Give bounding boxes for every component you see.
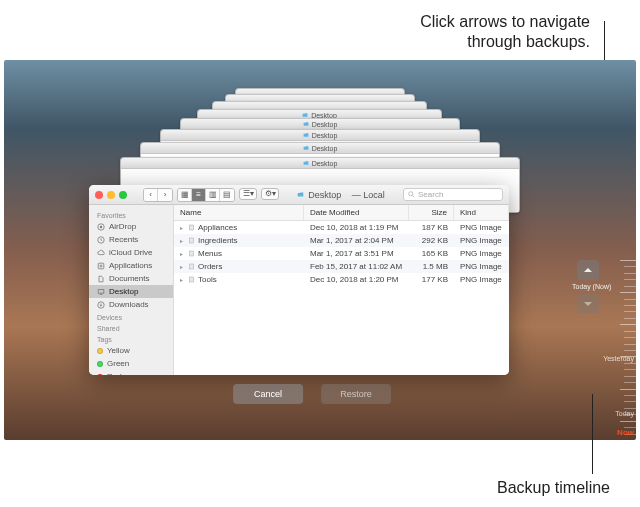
table-row[interactable]: ▸MenusMar 1, 2017 at 3:51 PM165 KBPNG Im… xyxy=(174,247,509,260)
minimize-icon[interactable] xyxy=(107,191,115,199)
tag-dot-icon xyxy=(97,348,103,354)
column-view-icon[interactable]: ▥ xyxy=(206,189,220,201)
disclosure-triangle-icon[interactable]: ▸ xyxy=(180,237,185,244)
column-headers[interactable]: Name Date Modified Size Kind xyxy=(174,205,509,221)
file-name: Appliances xyxy=(198,223,237,232)
clock-icon xyxy=(97,236,105,244)
nav-older-button[interactable] xyxy=(577,260,599,280)
tag-dot-icon xyxy=(97,374,103,376)
search-input[interactable]: Search xyxy=(403,188,503,201)
annotation-line xyxy=(592,394,593,474)
svg-line-1 xyxy=(413,196,415,198)
nav-newer-button[interactable] xyxy=(577,294,599,314)
zoom-icon[interactable] xyxy=(119,191,127,199)
action-menu[interactable]: ⚙▾ xyxy=(261,188,279,200)
disclosure-triangle-icon[interactable]: ▸ xyxy=(180,263,185,270)
sidebar-item-label: Applications xyxy=(109,261,152,270)
annotation-top-text: Click arrows to navigate through backups… xyxy=(420,13,590,50)
file-icon xyxy=(188,250,195,257)
file-date: Dec 10, 2018 at 1:19 PM xyxy=(304,221,409,234)
icon-view-icon[interactable]: ▦ xyxy=(178,189,192,201)
table-row[interactable]: ▸AppliancesDec 10, 2018 at 1:19 PM187 KB… xyxy=(174,221,509,234)
sidebar-item-airdrop[interactable]: AirDrop xyxy=(89,220,173,233)
sidebar-item-icloud-drive[interactable]: iCloud Drive xyxy=(89,246,173,259)
view-mode-segment[interactable]: ▦ ≡ ▥ ▤ xyxy=(177,188,235,202)
timeline-tick xyxy=(624,369,636,370)
file-size: 292 KB xyxy=(409,234,454,247)
sidebar-item-desktop[interactable]: Desktop xyxy=(89,285,173,298)
column-name[interactable]: Name xyxy=(174,205,304,220)
sidebar-heading: Shared xyxy=(89,322,173,333)
svg-rect-10 xyxy=(189,251,193,256)
timeline-tick xyxy=(624,395,636,396)
file-icon xyxy=(188,276,195,283)
timeline-tick xyxy=(624,331,636,332)
sidebar-item-green[interactable]: Green xyxy=(89,357,173,370)
disclosure-triangle-icon[interactable]: ▸ xyxy=(180,224,185,231)
restore-button[interactable]: Restore xyxy=(321,384,391,404)
folder-icon xyxy=(297,191,304,198)
window-title: Desktop — Local xyxy=(283,190,399,200)
doc-icon xyxy=(97,275,105,283)
backup-timeline[interactable]: YesterdayTodayNow xyxy=(600,260,636,440)
cancel-button[interactable]: Cancel xyxy=(233,384,303,404)
sidebar-heading: Devices xyxy=(89,311,173,322)
file-size: 1.5 MB xyxy=(409,260,454,273)
list-view-icon[interactable]: ≡ xyxy=(192,189,206,201)
column-size[interactable]: Size xyxy=(409,205,454,220)
timeline-tick xyxy=(624,305,636,306)
forward-icon[interactable]: › xyxy=(158,189,172,201)
sidebar-item-recents[interactable]: Recents xyxy=(89,233,173,246)
column-kind[interactable]: Kind xyxy=(454,205,509,220)
table-row[interactable]: ▸ToolsDec 10, 2018 at 1:20 PM177 KBPNG I… xyxy=(174,273,509,286)
file-date: Mar 1, 2017 at 2:04 PM xyxy=(304,234,409,247)
sidebar-item-yellow[interactable]: Yellow xyxy=(89,344,173,357)
arrange-menu[interactable]: ☰▾ xyxy=(239,188,257,200)
timeline-tick xyxy=(624,401,636,402)
gallery-view-icon[interactable]: ▤ xyxy=(220,189,234,201)
finder-sidebar: FavoritesAirDropRecentsiCloud DriveAppli… xyxy=(89,205,174,375)
sidebar-item-applications[interactable]: Applications xyxy=(89,259,173,272)
annotation-bottom: Backup timeline xyxy=(497,479,610,497)
close-icon[interactable] xyxy=(95,191,103,199)
timeline-tick xyxy=(620,324,636,325)
table-row[interactable]: ▸IngredientsMar 1, 2017 at 2:04 PM292 KB… xyxy=(174,234,509,247)
svg-rect-9 xyxy=(189,238,193,243)
file-size: 165 KB xyxy=(409,247,454,260)
sidebar-item-downloads[interactable]: Downloads xyxy=(89,298,173,311)
timeline-tick xyxy=(620,389,636,390)
sidebar-item-label: Documents xyxy=(109,274,149,283)
sidebar-item-red[interactable]: Red xyxy=(89,370,173,375)
disclosure-triangle-icon[interactable]: ▸ xyxy=(180,250,185,257)
folder-icon xyxy=(303,160,309,166)
sidebar-item-label: Recents xyxy=(109,235,138,244)
file-kind: PNG Image xyxy=(454,247,509,260)
table-row[interactable]: ▸OrdersFeb 15, 2017 at 11:02 AM1.5 MBPNG… xyxy=(174,260,509,273)
svg-rect-8 xyxy=(189,225,193,230)
file-icon xyxy=(188,263,195,270)
timeline-tick xyxy=(624,337,636,338)
finder-window: ‹ › ▦ ≡ ▥ ▤ ☰▾ ⚙▾ Desktop — Local Search xyxy=(89,185,509,375)
timeline-tick xyxy=(624,350,636,351)
timeline-tick xyxy=(624,279,636,280)
search-placeholder: Search xyxy=(418,190,443,199)
timeline-tick xyxy=(624,299,636,300)
back-icon[interactable]: ‹ xyxy=(144,189,158,201)
file-icon xyxy=(188,237,195,244)
file-date: Dec 10, 2018 at 1:20 PM xyxy=(304,273,409,286)
sidebar-item-label: Green xyxy=(107,359,129,368)
sidebar-heading: Tags xyxy=(89,333,173,344)
chevron-up-icon xyxy=(583,265,593,275)
column-date[interactable]: Date Modified xyxy=(304,205,409,220)
disclosure-triangle-icon[interactable]: ▸ xyxy=(180,276,185,283)
timeline-tick xyxy=(620,292,636,293)
file-size: 177 KB xyxy=(409,273,454,286)
sidebar-item-documents[interactable]: Documents xyxy=(89,272,173,285)
nav-back-forward[interactable]: ‹ › xyxy=(143,188,173,202)
annotation-top: Click arrows to navigate through backups… xyxy=(420,12,590,52)
folder-icon xyxy=(303,145,309,151)
file-listing: Name Date Modified Size Kind ▸Appliances… xyxy=(174,205,509,375)
folder-icon xyxy=(303,121,309,127)
search-icon xyxy=(408,191,415,198)
chevron-down-icon xyxy=(583,299,593,309)
